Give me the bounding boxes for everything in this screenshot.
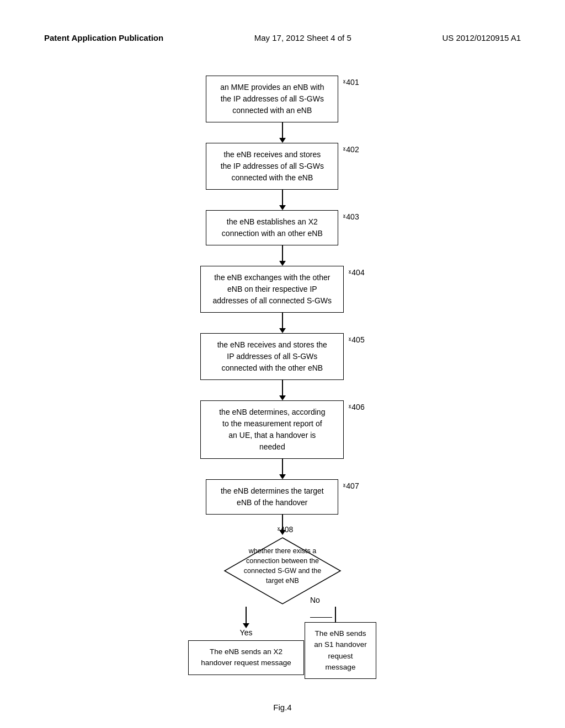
step-401: an MME provides an eNB withthe IP addres… bbox=[206, 76, 359, 122]
publication-title: Patent Application Publication bbox=[44, 33, 163, 42]
no-horiz-line bbox=[310, 617, 332, 618]
step-401-container: an MME provides an eNB withthe IP addres… bbox=[206, 76, 359, 122]
diamond-408: whether there exists aconnection between… bbox=[222, 535, 343, 607]
no-label: No bbox=[310, 596, 320, 604]
box-yes: The eNB sends an X2handover request mess… bbox=[188, 640, 304, 675]
publication-number: US 2012/0120915 A1 bbox=[442, 33, 521, 42]
step-403-container: the eNB establishes an X2connection with… bbox=[206, 210, 359, 245]
label-405: ˠ405 bbox=[348, 333, 364, 344]
page-header: Patent Application Publication May 17, 2… bbox=[44, 33, 521, 42]
box-no: The eNB sendsan S1 handoverrequest messa… bbox=[305, 622, 376, 679]
step-407: the eNB determines the targeteNB of the … bbox=[206, 479, 359, 515]
no-vert-line bbox=[335, 607, 336, 623]
arrow-1 bbox=[279, 122, 286, 143]
box-407-text: the eNB determines the targeteNB of the … bbox=[221, 486, 324, 507]
arrow-2 bbox=[279, 190, 286, 210]
arrow-4 bbox=[279, 313, 286, 333]
box-407: the eNB determines the targeteNB of the … bbox=[206, 479, 338, 515]
arrow-6 bbox=[279, 459, 286, 479]
step-406: the eNB determines, accordingto the meas… bbox=[200, 400, 364, 459]
yes-arrow-head bbox=[243, 623, 249, 628]
step-404: the eNB exchanges with the othereNB on t… bbox=[200, 266, 364, 313]
box-403: the eNB establishes an X2connection with… bbox=[206, 210, 338, 245]
step-405: the eNB receives and stores theIP addres… bbox=[200, 333, 364, 380]
branch-section: No The eNB sendsan S1 handoverrequest me… bbox=[128, 607, 437, 675]
box-405: the eNB receives and stores theIP addres… bbox=[200, 333, 344, 380]
box-406: the eNB determines, accordingto the meas… bbox=[200, 400, 344, 459]
box-404: the eNB exchanges with the othereNB on t… bbox=[200, 266, 344, 313]
page: Patent Application Publication May 17, 2… bbox=[0, 0, 565, 728]
no-box-wrapper: The eNB sendsan S1 handoverrequest messa… bbox=[305, 622, 376, 679]
publication-date-sheet: May 17, 2012 Sheet 4 of 5 bbox=[254, 33, 351, 42]
step-404-container: the eNB exchanges with the othereNB on t… bbox=[200, 266, 364, 313]
step-408-wrapper: ˠ408 whether there exists aconnection be… bbox=[222, 535, 343, 607]
box-406-text: the eNB determines, accordingto the meas… bbox=[219, 408, 325, 451]
box-403-text: the eNB establishes an X2connection with… bbox=[222, 217, 323, 238]
yes-branch: Yes The eNB sends an X2handover request … bbox=[188, 607, 304, 675]
step-402: the eNB receives and storesthe IP addres… bbox=[206, 143, 359, 190]
yes-label: Yes bbox=[240, 628, 253, 637]
box-402: the eNB receives and storesthe IP addres… bbox=[206, 143, 338, 190]
box-404-text: the eNB exchanges with the othereNB on t… bbox=[213, 273, 332, 305]
label-402: ˠ402 bbox=[343, 143, 359, 154]
box-401-text: an MME provides an eNB withthe IP addres… bbox=[220, 83, 324, 115]
step-406-container: the eNB determines, accordingto the meas… bbox=[200, 400, 364, 459]
label-401: ˠ401 bbox=[343, 76, 359, 87]
no-branch: No The eNB sendsan S1 handoverrequest me… bbox=[310, 607, 339, 628]
box-402-text: the eNB receives and storesthe IP addres… bbox=[221, 150, 324, 182]
no-box-text: The eNB sendsan S1 handoverrequest messa… bbox=[314, 629, 366, 671]
flowchart: an MME provides an eNB withthe IP addres… bbox=[44, 76, 521, 675]
figure-label: Fig.4 bbox=[44, 703, 521, 712]
step-402-container: the eNB receives and storesthe IP addres… bbox=[206, 143, 359, 190]
diamond-408-text: whether there exists aconnection between… bbox=[244, 547, 321, 585]
step-405-container: the eNB receives and stores theIP addres… bbox=[200, 333, 364, 380]
box-405-text: the eNB receives and stores theIP addres… bbox=[217, 340, 327, 372]
step-403: the eNB establishes an X2connection with… bbox=[206, 210, 359, 245]
arrow-3 bbox=[279, 245, 286, 266]
label-407: ˠ407 bbox=[343, 479, 359, 490]
label-406: ˠ406 bbox=[348, 400, 364, 411]
yes-box-text: The eNB sends an X2handover request mess… bbox=[201, 647, 291, 667]
label-408: ˠ408 bbox=[277, 525, 293, 534]
arrow-5 bbox=[279, 380, 286, 400]
box-401: an MME provides an eNB withthe IP addres… bbox=[206, 76, 338, 122]
step-407-container: the eNB determines the targeteNB of the … bbox=[206, 479, 359, 515]
label-404: ˠ404 bbox=[348, 266, 364, 277]
yes-vert-line bbox=[246, 607, 247, 623]
label-403: ˠ403 bbox=[343, 210, 359, 221]
yes-arrow bbox=[243, 607, 249, 628]
